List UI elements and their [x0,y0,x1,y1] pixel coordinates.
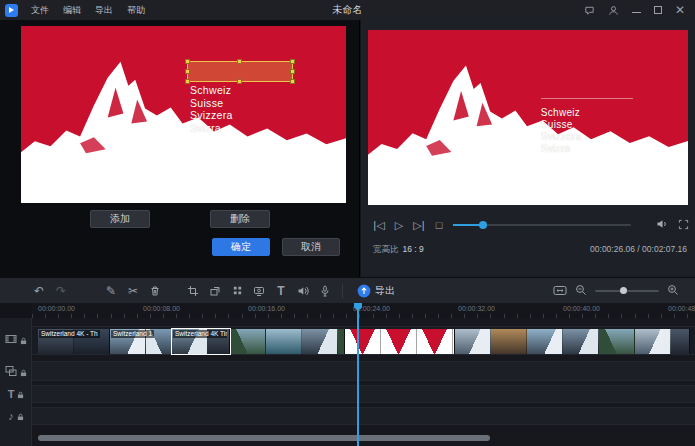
timeline-ruler[interactable]: 00:00:00.00 00:00:08.00 00:00:16.00 00:0… [32,303,695,318]
time-display: 00:00:26.06 / 00:02:07.16 [590,244,687,254]
overlay-line: Suisse [190,97,233,110]
overlay-line: Svizra [190,122,233,135]
record-icon[interactable] [248,278,270,303]
resize-handle[interactable] [237,79,242,84]
playhead[interactable] [357,303,359,446]
timeline-toolbar: ↶ ↷ ✎ ✂ T 导出 [0,277,695,303]
fit-timeline-icon[interactable] [553,282,567,300]
text-box-edge [541,98,633,99]
overlay-line: Suisse [541,119,582,131]
timeline-clip-5[interactable] [345,329,455,354]
horizontal-scrollbar[interactable] [38,435,490,441]
preview-overlay-text: Schweiz Suisse Svizzera Svizra [541,107,582,155]
delete-button[interactable]: 删除 [210,210,270,228]
app-window: 文件 编辑 导出 帮助 未命名 ✕ S [0,0,695,446]
audio-track-lane[interactable] [32,407,695,425]
resize-handle[interactable] [185,59,190,64]
text-selection-box[interactable] [187,61,293,82]
menu-help[interactable]: 帮助 [120,4,152,17]
overlay-line: Schweiz [190,84,233,97]
mosaic-icon[interactable] [226,278,248,303]
resize-handle[interactable] [237,59,242,64]
cancel-button[interactable]: 取消 [282,238,340,256]
time-total: 00:02:07.16 [642,244,687,254]
delete-icon[interactable] [144,278,166,303]
video-track-lane[interactable]: Switzerland 4K - Th Switzerland 1 Switze… [32,326,695,355]
voiceover-icon[interactable] [292,278,314,303]
minimize-button[interactable] [632,8,641,13]
play-button[interactable]: ▷ [389,219,409,232]
text-tool-icon[interactable]: T [270,278,292,303]
aspect-value[interactable]: 16 : 9 [403,244,424,254]
preview-info: 宽高比16 : 9 00:00:26.06 / 00:02:07.16 [361,242,695,258]
timeline-clip-4[interactable] [230,329,345,354]
rotate-icon[interactable] [204,278,226,303]
audio-track-icon[interactable]: ♪ [8,411,14,422]
add-button[interactable]: 添加 [90,210,150,228]
text-edit-dialog: Schweiz Suisse Svizzera Svizra 添加 删除 确定 … [0,20,360,277]
dialog-edit-canvas[interactable]: Schweiz Suisse Svizzera Svizra [21,26,346,203]
lock-icon[interactable] [20,363,27,381]
fullscreen-icon[interactable] [678,216,689,234]
preview-canvas: Schweiz Suisse Svizzera Svizra [368,30,688,205]
crop-icon[interactable] [182,278,204,303]
overlay-line: Svizzera [190,109,233,122]
zoom-knob[interactable] [620,287,627,294]
track-headers: T ♪ [0,318,32,446]
video-track-icon[interactable] [5,331,17,349]
menu-file[interactable]: 文件 [24,4,56,17]
thumbnail [455,329,491,354]
ruler-label: 00:00:48.00 [668,305,695,312]
overlay-track-icon[interactable] [5,363,17,381]
timeline-zoom-slider[interactable] [595,290,659,292]
thumbnail [417,329,453,354]
resize-handle[interactable] [290,59,295,64]
seek-knob[interactable] [479,221,487,229]
clip-label: Switzerland 4K - Th [39,330,100,338]
app-logo-icon [5,4,18,17]
ruler-label: 00:00:32.00 [458,305,495,312]
timeline-clip-3-selected[interactable]: Switzerland 4K Timelap [172,329,230,354]
redo-icon[interactable]: ↷ [50,278,72,303]
resize-handle[interactable] [185,69,190,74]
maximize-button[interactable] [654,6,662,14]
titlebar: 文件 编辑 导出 帮助 未命名 ✕ [0,0,695,20]
menu-export[interactable]: 导出 [88,4,120,17]
matterhorn-image [21,26,346,203]
matterhorn-image [368,30,688,205]
resize-handle[interactable] [290,69,295,74]
previous-frame-button[interactable]: |◁ [369,219,389,232]
timeline-tracks: T ♪ Switzerland 4K - Th [0,318,695,446]
lock-icon[interactable] [17,407,24,425]
timeline-clip-6[interactable] [455,329,690,354]
volume-icon[interactable] [656,216,668,234]
lock-icon[interactable] [17,385,24,403]
export-button[interactable]: 导出 [357,284,395,298]
edit-icon[interactable]: ✎ [100,278,122,303]
resize-handle[interactable] [185,79,190,84]
zoom-out-icon[interactable] [575,282,587,300]
toolbar-divider [342,284,343,298]
seek-bar[interactable] [453,224,631,226]
text-track-icon[interactable]: T [8,389,15,400]
microphone-icon[interactable] [314,278,336,303]
timeline-clip-1[interactable]: Switzerland 4K - Th [38,329,110,354]
undo-icon[interactable]: ↶ [28,278,50,303]
resize-handle[interactable] [290,79,295,84]
ok-button[interactable]: 确定 [212,238,270,256]
menu-edit[interactable]: 编辑 [56,4,88,17]
overlay-line: Svizra [541,143,582,155]
next-frame-button[interactable]: ▷| [409,219,429,232]
lock-icon[interactable] [20,331,27,349]
close-button[interactable]: ✕ [675,5,685,15]
overlay-line: Svizzera [541,131,582,143]
thumbnail [527,329,563,354]
timeline-clip-2[interactable]: Switzerland 1 [110,329,172,354]
split-icon[interactable]: ✂ [122,278,144,303]
zoom-in-icon[interactable] [667,282,679,300]
account-icon[interactable] [608,5,619,16]
feedback-icon[interactable] [584,5,595,16]
text-track-lane[interactable] [32,385,695,403]
overlay-track-lane[interactable] [32,361,695,381]
stop-button[interactable]: □ [429,219,449,231]
